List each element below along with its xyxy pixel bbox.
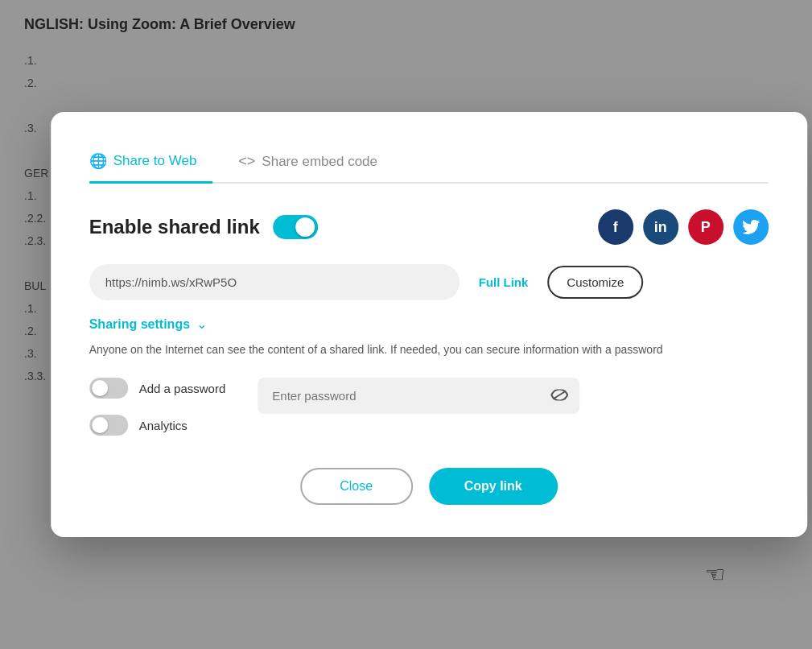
toggle-knob — [295, 217, 315, 237]
password-toggle[interactable] — [89, 378, 128, 399]
full-link-button[interactable]: Full Link — [472, 275, 535, 289]
password-toggle-knob — [92, 380, 108, 396]
password-input-wrap — [258, 378, 579, 414]
eye-icon[interactable] — [550, 387, 568, 404]
enable-shared-link-label: Enable shared link — [89, 216, 260, 238]
password-option: Add a password — [89, 378, 226, 399]
password-input[interactable] — [258, 378, 579, 414]
tab-share-embed-code-label: Share embed code — [262, 154, 377, 170]
analytics-toggle-knob — [92, 417, 108, 433]
sharing-settings-label: Sharing settings — [89, 317, 190, 332]
tab-bar: 🌐 Share to Web <> Share embed code — [89, 141, 769, 184]
copy-link-button[interactable]: Copy link — [429, 468, 558, 505]
tab-share-to-web-label: Share to Web — [113, 153, 197, 169]
facebook-icon[interactable]: f — [598, 209, 633, 245]
social-icons-row: f in P — [598, 209, 769, 245]
pinterest-icon[interactable]: P — [688, 209, 723, 245]
tab-share-embed-code[interactable]: <> Share embed code — [238, 142, 394, 181]
tab-share-to-web[interactable]: 🌐 Share to Web — [89, 141, 213, 184]
twitter-icon[interactable] — [733, 209, 769, 245]
customize-button[interactable]: Customize — [547, 266, 643, 299]
url-input[interactable] — [89, 264, 460, 300]
analytics-toggle[interactable] — [89, 415, 128, 436]
analytics-label: Analytics — [139, 419, 188, 432]
globe-icon: 🌐 — [89, 152, 107, 170]
enable-shared-link-row: Enable shared link f in P — [89, 209, 769, 245]
enable-shared-link-toggle[interactable] — [273, 215, 318, 239]
enable-left: Enable shared link — [89, 215, 318, 239]
url-row: Full Link Customize — [89, 264, 769, 300]
close-button[interactable]: Close — [300, 468, 413, 505]
svg-line-0 — [553, 391, 566, 399]
chevron-down-icon: ⌄ — [196, 316, 207, 332]
password-label: Add a password — [139, 382, 226, 395]
share-modal: 🌐 Share to Web <> Share embed code Enabl… — [51, 112, 807, 537]
sharing-description: Anyone on the Internet can see the conte… — [89, 341, 769, 358]
analytics-option: Analytics — [89, 415, 226, 436]
sharing-settings-toggle[interactable]: Sharing settings ⌄ — [89, 316, 769, 332]
option-toggles: Add a password Analytics — [89, 378, 226, 436]
code-icon: <> — [238, 153, 255, 170]
password-field-wrapper — [258, 378, 579, 414]
options-row: Add a password Analytics — [89, 378, 769, 436]
linkedin-icon[interactable]: in — [643, 209, 678, 245]
footer-row: Close Copy link — [89, 468, 769, 505]
